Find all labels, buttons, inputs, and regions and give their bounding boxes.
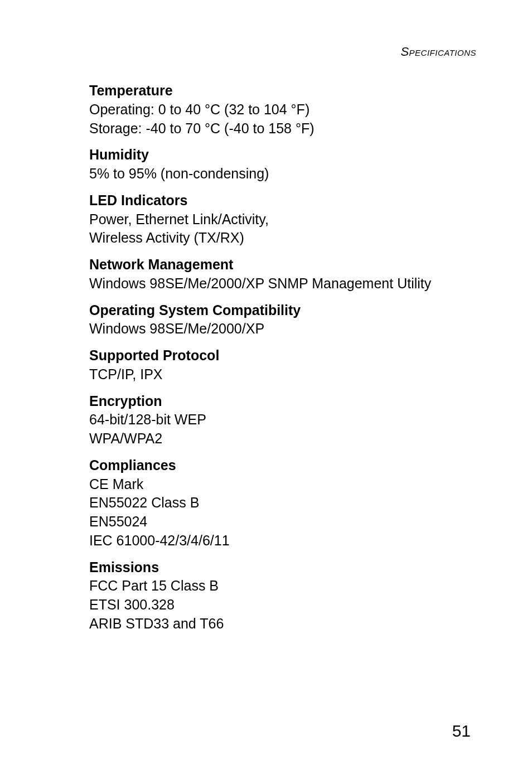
heading-humidity: Humidity [89, 146, 476, 165]
text-line: EN55024 [89, 512, 476, 531]
text-line: WPA/WPA2 [89, 429, 476, 448]
text-line: Storage: -40 to 70 °C (-40 to 158 °F) [89, 119, 476, 138]
heading-led-indicators: LED Indicators [89, 191, 476, 210]
heading-compliances: Compliances [89, 456, 476, 475]
section-network-management: Network Management Windows 98SE/Me/2000/… [89, 255, 476, 293]
section-humidity: Humidity 5% to 95% (non-condensing) [89, 146, 476, 183]
heading-network-management: Network Management [89, 255, 476, 274]
page-number: 51 [452, 722, 471, 741]
section-compliances: Compliances CE Mark EN55022 Class B EN55… [89, 456, 476, 550]
text-line: TCP/IP, IPX [89, 365, 476, 384]
section-led-indicators: LED Indicators Power, Ethernet Link/Acti… [89, 191, 476, 248]
text-line: CE Mark [89, 475, 476, 494]
section-temperature: Temperature Operating: 0 to 40 °C (32 to… [89, 81, 476, 138]
section-supported-protocol: Supported Protocol TCP/IP, IPX [89, 346, 476, 384]
heading-emissions: Emissions [89, 558, 476, 577]
text-line: Windows 98SE/Me/2000/XP [89, 320, 476, 338]
text-line: 64-bit/128-bit WEP [89, 410, 476, 429]
heading-encryption: Encryption [89, 392, 476, 411]
text-line: ARIB STD33 and T66 [89, 615, 476, 633]
text-line: ETSI 300.328 [89, 596, 476, 615]
header-section-label: Specifications [89, 45, 476, 59]
text-line: EN55022 Class B [89, 494, 476, 512]
text-line: 5% to 95% (non-condensing) [89, 165, 476, 183]
heading-supported-protocol: Supported Protocol [89, 346, 476, 365]
text-line: Power, Ethernet Link/Activity, [89, 210, 476, 229]
text-line: Operating: 0 to 40 °C (32 to 104 °F) [89, 100, 476, 119]
text-line: Windows 98SE/Me/2000/XP SNMP Management … [89, 274, 476, 293]
section-os-compatibility: Operating System Compatibility Windows 9… [89, 301, 476, 339]
text-line: Wireless Activity (TX/RX) [89, 229, 476, 248]
text-line: FCC Part 15 Class B [89, 577, 476, 596]
text-line: IEC 61000-42/3/4/6/11 [89, 531, 476, 550]
heading-os-compatibility: Operating System Compatibility [89, 301, 476, 320]
heading-temperature: Temperature [89, 81, 476, 100]
section-encryption: Encryption 64-bit/128-bit WEP WPA/WPA2 [89, 392, 476, 448]
section-emissions: Emissions FCC Part 15 Class B ETSI 300.3… [89, 558, 476, 633]
